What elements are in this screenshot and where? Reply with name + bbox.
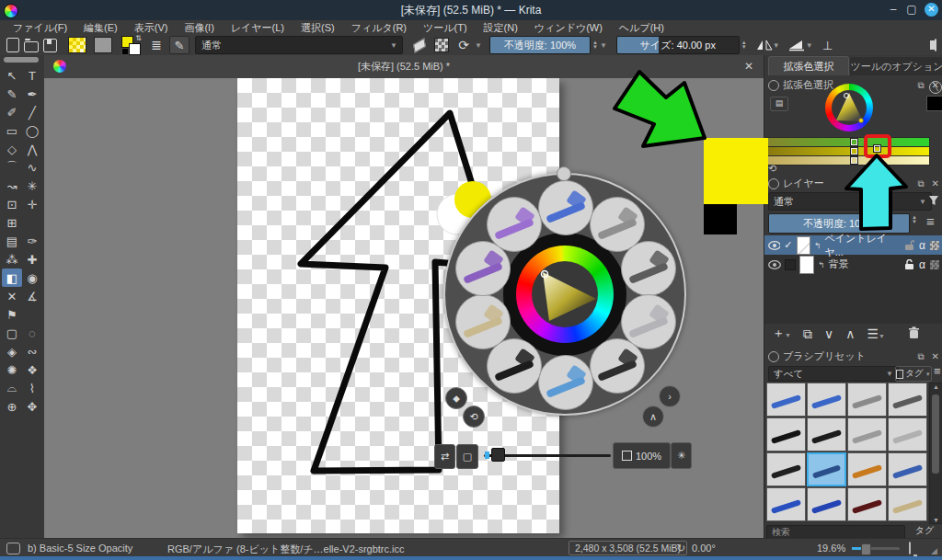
layer-checkbox[interactable]	[785, 259, 796, 270]
selection-mode-icon[interactable]	[6, 543, 20, 554]
zoom-100-button[interactable]: 100%	[613, 442, 671, 469]
unlock-icon[interactable]	[905, 240, 914, 250]
layer-row-paint[interactable]: ✓ ↰ ペイントレイヤ... α	[764, 235, 942, 255]
strip-marker[interactable]	[850, 156, 858, 165]
brush-preset[interactable]	[847, 417, 887, 451]
resize-grip[interactable]: ◢	[931, 546, 937, 555]
alpha-icon[interactable]: α	[919, 239, 925, 252]
reset-zoom-button[interactable]: ✳	[671, 442, 692, 469]
background-color-swatch[interactable]	[129, 43, 141, 55]
menu-item[interactable]: 設定(N)	[477, 21, 525, 35]
brush-preset[interactable]	[888, 417, 927, 451]
zoom-slider-handle[interactable]	[491, 448, 505, 462]
menu-item[interactable]: ウィンドウ(W)	[527, 21, 610, 35]
layer-thumbnail[interactable]	[797, 236, 810, 255]
tool-pan[interactable]: ✥	[22, 397, 42, 416]
brush-round-tan[interactable]	[455, 294, 511, 349]
sv-triangle[interactable]	[516, 246, 614, 343]
docker-lock-icon[interactable]	[768, 178, 779, 189]
tool-calligraphy[interactable]: ✒	[22, 85, 42, 103]
canvas-only-button[interactable]: ▢	[456, 444, 478, 469]
menu-item[interactable]: 表示(V)	[127, 21, 176, 35]
brush-preset[interactable]	[766, 417, 806, 451]
brush-preset[interactable]	[847, 487, 887, 521]
rotate-reset-button[interactable]: ⟲	[463, 406, 485, 428]
float-docker-icon[interactable]: ⧉	[917, 80, 924, 91]
toolbox-drag-handle[interactable]	[4, 57, 39, 63]
tool-polygon[interactable]: ◇	[2, 140, 22, 158]
shade-strip-pale[interactable]	[766, 155, 930, 166]
refresh-shades-icon[interactable]: ⟲	[768, 163, 776, 175]
opacity-spinner[interactable]: ▲▼	[591, 40, 600, 50]
layer-opacity-spinner[interactable]: ▲▼	[910, 215, 919, 224]
move-layer-up-button[interactable]: ∧	[845, 326, 855, 341]
strip-marker-selected[interactable]	[873, 144, 881, 153]
brush-eraser-blue[interactable]	[538, 180, 593, 235]
tool-dynamic-brush[interactable]: ↝	[2, 177, 22, 195]
wraparound-icon[interactable]	[787, 39, 806, 51]
layer-thumbnail[interactable]	[799, 256, 814, 274]
tag-button[interactable]: ⬥	[445, 387, 467, 409]
brush-marker-blue[interactable]	[538, 355, 593, 410]
strip-marker[interactable]	[850, 147, 858, 155]
tool-magnetic-select[interactable]: ⌇	[22, 379, 42, 397]
brush-preset[interactable]	[766, 452, 806, 486]
tool-enclose-fill[interactable]: ◉	[22, 269, 42, 287]
layer-filter-button[interactable]	[926, 192, 941, 209]
tool-fill[interactable]: ◧	[2, 269, 22, 287]
open-button[interactable]	[22, 37, 40, 53]
chevron-down-icon[interactable]: ▼	[475, 41, 482, 50]
opacity-slider[interactable]: 不透明度: 100%	[489, 36, 591, 54]
tag-filter-button[interactable]: タグ ▼	[895, 366, 932, 382]
brush-preset[interactable]	[888, 452, 927, 486]
lock-icon[interactable]	[905, 259, 914, 269]
brush-preset[interactable]	[847, 383, 887, 417]
save-button[interactable]	[40, 37, 59, 53]
tab-tool-options[interactable]: ツールのオプション	[849, 56, 942, 75]
brush-preset[interactable]	[888, 487, 927, 521]
statusbar-zoom-handle[interactable]	[861, 543, 871, 555]
tool-bezier-curve[interactable]: ⌒	[2, 158, 22, 177]
maximize-button[interactable]: ▢	[903, 3, 920, 17]
menu-item[interactable]: 画像(I)	[177, 21, 221, 35]
move-layer-down-button[interactable]: ∨	[824, 326, 833, 341]
brush-preset[interactable]	[807, 417, 846, 451]
reload-preset-button[interactable]: ⟳	[454, 37, 473, 53]
chevron-down-icon[interactable]: ▼	[806, 41, 813, 50]
new-document-button[interactable]	[4, 37, 22, 53]
minimize-button[interactable]: –	[885, 3, 902, 17]
chevron-down-icon[interactable]: ▼	[600, 41, 607, 50]
tool-freehand-select[interactable]: ∾	[22, 342, 42, 360]
menu-item[interactable]: 編集(E)	[76, 21, 125, 35]
tool-freehand-brush[interactable]: ✐	[2, 103, 22, 121]
brush-preset[interactable]	[766, 383, 806, 417]
next-presets-button[interactable]: ›	[659, 385, 681, 407]
scroll-up-icon[interactable]: ▲	[930, 383, 942, 390]
tool-gradient[interactable]: ▤	[2, 232, 22, 250]
brush-preset[interactable]	[888, 383, 927, 417]
inherit-alpha-icon[interactable]	[930, 241, 939, 250]
preset-search-input[interactable]: 検索	[766, 525, 905, 539]
layer-menu-icon[interactable]: ≡	[926, 213, 935, 229]
brush-preset[interactable]	[847, 452, 887, 486]
crop-icon[interactable]: ⊥	[819, 37, 837, 53]
brush-pencil-dark[interactable]	[590, 338, 645, 394]
float-docker-icon[interactable]: ⧉	[917, 178, 924, 189]
eye-icon[interactable]	[768, 241, 780, 250]
default-colors-swatch[interactable]	[121, 48, 129, 55]
color-wheel-triangle[interactable]	[825, 84, 873, 131]
brush-preset[interactable]	[807, 383, 846, 417]
blending-mode-select[interactable]: 通常 ▼	[195, 36, 403, 54]
eye-icon[interactable]	[768, 260, 781, 269]
mirror-view-button[interactable]: ⇄	[434, 444, 455, 469]
more-button[interactable]: ∧	[642, 406, 664, 428]
tool-contiguous-select[interactable]: ✺	[2, 360, 22, 379]
tool-polygonal-select[interactable]: ◈	[2, 342, 22, 360]
docker-lock-icon[interactable]	[768, 351, 779, 362]
brush-filbert-purple[interactable]	[487, 197, 542, 252]
close-button[interactable]: ✕	[925, 3, 938, 17]
size-spinner[interactable]: ▲▼	[740, 40, 749, 50]
tool-ellipse[interactable]: ◯	[22, 121, 42, 140]
tool-reference-images[interactable]: ⚑	[2, 305, 22, 324]
preset-filter-select[interactable]: すべて ▼	[768, 366, 899, 382]
